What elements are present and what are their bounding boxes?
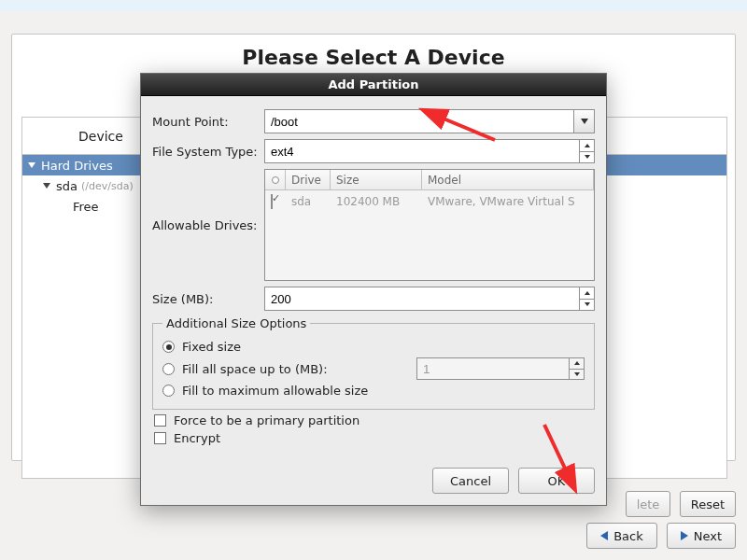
radio-fill-up-label: Fill all space up to (MB): [182, 362, 328, 376]
drives-col-drive: Drive [286, 170, 331, 189]
radio-fill-max[interactable]: Fill to maximum allowable size [162, 384, 585, 398]
checkbox-encrypt[interactable]: Encrypt [154, 431, 595, 445]
partition-action-buttons: lete Reset [626, 491, 736, 517]
fs-type-input[interactable] [264, 139, 595, 163]
arrow-right-icon [681, 531, 688, 540]
mount-point-dropdown-button[interactable] [573, 110, 594, 133]
window-topstrip [0, 0, 747, 11]
mount-point-input[interactable] [264, 109, 595, 133]
cancel-button[interactable]: Cancel [432, 468, 509, 494]
allowable-drives-label: Allowable Drives: [152, 218, 264, 232]
triangle-up-icon [585, 291, 590, 295]
next-button[interactable]: Next [667, 523, 736, 549]
size-spin[interactable] [264, 287, 595, 311]
fs-type-label: File System Type: [152, 145, 264, 159]
drives-col-model: Model [422, 170, 594, 189]
dialog-title: Add Partition [141, 74, 606, 96]
triangle-up-icon [585, 144, 590, 147]
triangle-up-icon [574, 361, 580, 365]
size-label: Size (MB): [152, 292, 264, 306]
fill-up-spin [416, 357, 585, 380]
drives-row-model: VMware, VMware Virtual S [422, 195, 594, 208]
arrow-left-icon [600, 531, 608, 540]
radio-icon [162, 363, 175, 375]
encrypt-label: Encrypt [174, 431, 220, 445]
triangle-down-icon [585, 155, 590, 159]
radio-selected-icon [162, 341, 175, 353]
triangle-down-icon [574, 372, 580, 376]
additional-size-options: Additional Size Options Fixed size Fill … [152, 316, 595, 410]
drives-col-size: Size [331, 170, 422, 189]
dialog-footer: Cancel OK [141, 458, 606, 505]
checkbox-icon [154, 414, 166, 427]
radio-fixed-size[interactable]: Fixed size [162, 340, 585, 354]
drives-row-drive: sda [286, 195, 331, 208]
fill-up-spin-buttons [569, 358, 584, 379]
mount-point-combo[interactable] [264, 109, 595, 133]
size-spin-buttons[interactable] [579, 287, 594, 310]
checkbox-icon [154, 432, 166, 444]
ok-button[interactable]: OK [518, 468, 595, 494]
tree-hard-drives-label: Hard Drives [41, 159, 113, 173]
fill-up-input [416, 357, 585, 380]
additional-size-legend: Additional Size Options [162, 316, 310, 330]
tree-free-label: Free [73, 200, 99, 214]
tree-sda-path: (/dev/sda) [81, 180, 134, 192]
drives-row-sda[interactable]: sda 102400 MB VMware, VMware Virtual S [265, 190, 594, 213]
mount-point-label: Mount Point: [152, 115, 264, 129]
force-primary-label: Force to be a primary partition [174, 413, 359, 427]
triangle-down-icon [585, 302, 590, 306]
wizard-nav: Back Next [586, 523, 736, 549]
reset-button[interactable]: Reset [680, 491, 736, 517]
checkbox-checked-icon[interactable] [271, 194, 273, 209]
tree-sda-label: sda [56, 179, 78, 193]
radio-fixed-label: Fixed size [182, 340, 241, 354]
radio-fill-max-label: Fill to maximum allowable size [182, 384, 368, 398]
back-button[interactable]: Back [586, 523, 657, 549]
allowable-drives-list[interactable]: Drive Size Model sda 102400 MB VMware, V… [264, 169, 595, 281]
page-title: Please Select A Device [12, 46, 735, 69]
drives-header-row: Drive Size Model [265, 170, 594, 190]
checkbox-force-primary[interactable]: Force to be a primary partition [154, 413, 595, 427]
circle-icon [272, 176, 279, 184]
drives-row-size: 102400 MB [331, 195, 422, 208]
chevron-down-icon [28, 162, 35, 168]
size-input[interactable] [264, 287, 595, 311]
add-partition-dialog: Add Partition Mount Point: File System T… [140, 73, 607, 506]
fs-type-spin[interactable] [579, 140, 594, 162]
chevron-down-icon [43, 183, 50, 189]
delete-button-partial: lete [626, 491, 670, 517]
radio-icon [162, 385, 175, 397]
chevron-down-icon [581, 119, 588, 124]
fs-type-combo[interactable] [264, 139, 595, 163]
radio-fill-up-to[interactable]: Fill all space up to (MB): [162, 357, 585, 380]
